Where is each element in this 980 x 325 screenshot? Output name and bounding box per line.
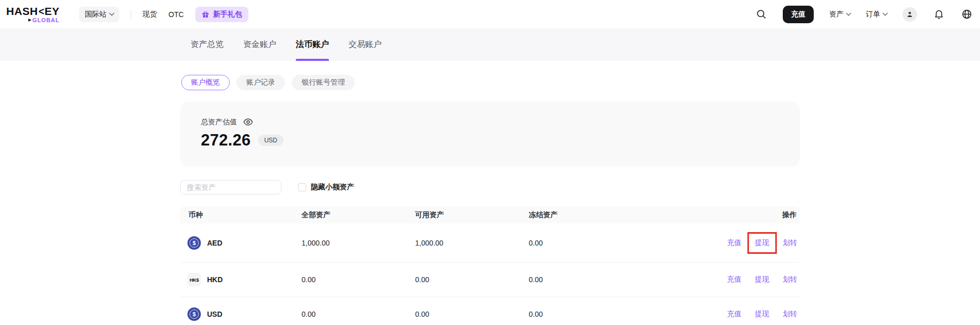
chevron-down-icon — [846, 11, 851, 16]
currency-code: AED — [207, 239, 223, 247]
deposit-button[interactable]: 充值 — [783, 6, 814, 23]
usd-frozen-value: 0.00 — [529, 310, 642, 318]
nav-spot[interactable]: 现货 — [143, 10, 157, 19]
hide-small-assets-label: 隐藏小额资产 — [311, 183, 354, 192]
aed-available-value: 1,000.00 — [415, 239, 529, 247]
usd-total-value: 0.00 — [302, 310, 415, 318]
filter-row: 隐藏小额资产 — [180, 180, 800, 194]
user-icon — [906, 10, 914, 19]
table-row-aed: $ AED 1,000.00 1,000.00 0.00 充值 提现 划转 — [180, 223, 800, 262]
nav-otc[interactable]: OTC — [168, 10, 184, 19]
user-avatar[interactable] — [903, 7, 917, 22]
table-row-hkd: HK$ HKD 0.00 0.00 0.00 充值 提现 划转 — [180, 262, 800, 297]
transfer-link[interactable]: 划转 — [783, 238, 797, 248]
currency-badge: USD — [258, 135, 283, 146]
logo-triangle-icon: ▶ — [28, 17, 32, 23]
tab-asset-overview[interactable]: 资产总览 — [191, 28, 224, 61]
header-currency: 币种 — [180, 210, 302, 220]
nav-divider — [131, 10, 131, 19]
hashkey-logo[interactable]: HASH<EY ▶ GLOBAL — [6, 6, 59, 23]
withdraw-link[interactable]: 提现 — [755, 275, 769, 284]
hkd-coin-icon: HK$ — [187, 273, 201, 286]
subtab-bank-account-management[interactable]: 银行账号管理 — [292, 75, 355, 90]
orders-menu[interactable]: 订单 — [866, 10, 887, 19]
withdraw-link[interactable]: 提现 — [755, 238, 769, 248]
primary-nav: 国际站 现货 OTC 新手礼包 — [79, 7, 248, 22]
assets-menu-label: 资产 — [829, 10, 844, 19]
hkd-total-value: 0.00 — [302, 275, 415, 284]
tab-funding-account[interactable]: 资金账户 — [243, 28, 276, 61]
aed-coin-icon: $ — [187, 236, 201, 250]
chevron-down-icon — [109, 11, 115, 16]
orders-menu-label: 订单 — [866, 10, 880, 19]
currency-code: USD — [207, 310, 223, 318]
newbie-gift-badge[interactable]: 新手礼包 — [195, 7, 248, 22]
logo-global-subtext: ▶ GLOBAL — [28, 17, 60, 23]
total-assets-value: 272.26 — [201, 131, 251, 150]
hkd-available-value: 0.00 — [415, 275, 529, 284]
withdraw-link[interactable]: 提现 — [755, 310, 769, 319]
header-action: 操作 — [642, 210, 800, 220]
usd-available-value: 0.00 — [415, 310, 529, 318]
aed-total-value: 1,000.00 — [302, 239, 415, 247]
top-navigation-bar: HASH<EY ▶ GLOBAL 国际站 现货 OTC 新手礼包 — [0, 0, 980, 28]
region-label: 国际站 — [85, 10, 106, 19]
assets-menu[interactable]: 资产 — [829, 10, 850, 19]
aed-frozen-value: 0.00 — [529, 239, 642, 247]
account-nav: 充值 资产 订单 — [755, 6, 973, 23]
currency-code: HKD — [207, 275, 223, 284]
assets-table: 币种 全部资产 可用资产 冻结资产 操作 $ AED 1,000.00 1,00… — [180, 206, 800, 325]
bell-icon[interactable] — [932, 8, 945, 21]
tab-trading-account[interactable]: 交易账户 — [349, 28, 382, 61]
search-icon[interactable] — [755, 8, 767, 21]
usd-coin-icon: $ — [187, 307, 201, 321]
gift-icon — [201, 10, 210, 19]
gift-label: 新手礼包 — [213, 10, 242, 19]
globe-icon[interactable] — [960, 8, 973, 21]
header-total: 全部资产 — [302, 210, 415, 220]
header-frozen: 冻结资产 — [529, 210, 642, 220]
account-tabstrip: 资产总览 资金账户 法币账户 交易账户 — [0, 28, 980, 61]
total-assets-label: 总资产估值 — [201, 118, 237, 127]
deposit-link[interactable]: 充值 — [727, 238, 741, 248]
header-available: 可用资产 — [415, 210, 529, 220]
subtab-account-overview[interactable]: 账户概览 — [181, 75, 230, 90]
search-assets-input[interactable] — [180, 180, 281, 194]
deposit-link[interactable]: 充值 — [727, 275, 741, 284]
chevron-down-icon — [883, 11, 888, 16]
transfer-link[interactable]: 划转 — [783, 310, 797, 319]
tab-fiat-account[interactable]: 法币账户 — [296, 28, 329, 61]
total-assets-card: 总资产估值 272.26 USD — [180, 102, 800, 167]
transfer-link[interactable]: 划转 — [783, 275, 797, 284]
subtab-account-records[interactable]: 账户记录 — [236, 75, 285, 90]
fiat-account-panel: 账户概览 账户记录 银行账号管理 总资产估值 272.26 USD 隐藏小额资产… — [180, 61, 800, 325]
region-selector[interactable]: 国际站 — [79, 7, 119, 22]
logo-wordmark: HASH<EY — [6, 6, 59, 17]
table-header-row: 币种 全部资产 可用资产 冻结资产 操作 — [180, 206, 800, 223]
hide-small-assets-checkbox[interactable] — [298, 183, 306, 191]
subtab-row: 账户概览 账户记录 银行账号管理 — [180, 75, 800, 90]
eye-icon[interactable] — [243, 117, 253, 127]
deposit-link[interactable]: 充值 — [727, 310, 741, 319]
hkd-frozen-value: 0.00 — [529, 275, 642, 284]
table-row-usd: $ USD 0.00 0.00 0.00 充值 提现 划转 — [180, 297, 800, 325]
